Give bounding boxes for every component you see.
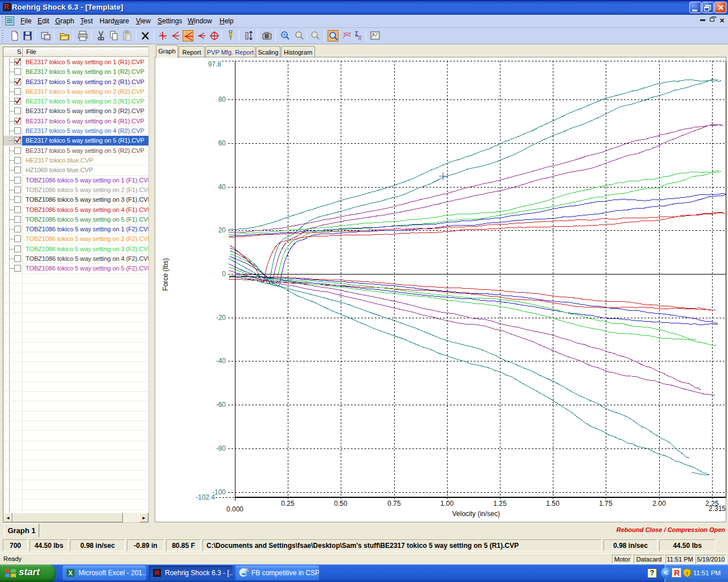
svg-text:-60: -60 bbox=[216, 401, 226, 409]
svg-text:-80: -80 bbox=[216, 444, 226, 452]
svg-text:1.25: 1.25 bbox=[493, 500, 507, 508]
svg-text:2.00: 2.00 bbox=[652, 500, 666, 508]
svg-text:!: ! bbox=[686, 570, 688, 576]
svg-text:80: 80 bbox=[218, 95, 226, 103]
svg-text:n: n bbox=[358, 36, 361, 41]
svg-text:40: 40 bbox=[218, 183, 226, 191]
svg-text:1.75: 1.75 bbox=[599, 500, 613, 508]
svg-text:R: R bbox=[155, 569, 159, 576]
svg-text:97.8: 97.8 bbox=[208, 60, 222, 68]
svg-text:y=x: y=x bbox=[343, 31, 351, 36]
svg-text:Force (lbs): Force (lbs) bbox=[162, 258, 169, 290]
svg-text:0.75: 0.75 bbox=[387, 500, 401, 508]
svg-text:0.000: 0.000 bbox=[226, 505, 243, 513]
svg-text:1.00: 1.00 bbox=[440, 500, 454, 508]
svg-text:0.25: 0.25 bbox=[281, 500, 295, 508]
svg-text:2.315: 2.315 bbox=[709, 505, 726, 513]
svg-text:-102.4: -102.4 bbox=[196, 493, 215, 501]
svg-text:1.50: 1.50 bbox=[546, 500, 560, 508]
svg-text:0: 0 bbox=[222, 270, 226, 278]
svg-text:60: 60 bbox=[218, 139, 226, 147]
svg-text:20: 20 bbox=[218, 226, 226, 234]
svg-text:Velocity (in/sec): Velocity (in/sec) bbox=[452, 510, 500, 518]
svg-text:-40: -40 bbox=[216, 357, 226, 365]
svg-text:-20: -20 bbox=[216, 314, 226, 322]
svg-text:0.50: 0.50 bbox=[334, 500, 348, 508]
svg-text:X: X bbox=[68, 569, 73, 576]
